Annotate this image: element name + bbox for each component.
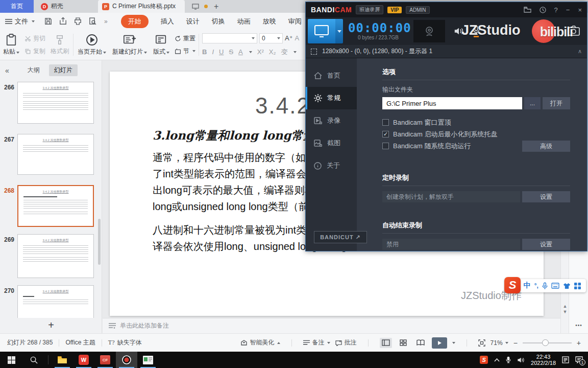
next-slide-button[interactable]: ▼ (561, 309, 569, 315)
superscript-button[interactable]: X² (257, 48, 264, 56)
format-painter-button[interactable]: 格式刷 (47, 30, 72, 60)
zoom-out-button[interactable]: − (513, 339, 518, 347)
tab-review[interactable]: 审阅 (288, 17, 302, 26)
collapse-chevron-icon[interactable]: ∧ (578, 48, 582, 55)
tray-chevron-up-icon[interactable] (494, 358, 500, 362)
tab-start[interactable]: 开始 (121, 15, 149, 28)
export-icon[interactable] (59, 17, 67, 26)
tab-home[interactable]: 首页 (0, 0, 34, 13)
zoom-slider[interactable] (523, 342, 572, 343)
tab-insert[interactable]: 插入 (161, 17, 174, 26)
slide-thumbnail-270[interactable]: 270 3.4.2 其他整数类型 (0, 285, 102, 318)
tab-slideshow[interactable]: 放映 (263, 17, 276, 26)
sidebar-item-screenshot[interactable]: 截图 (306, 132, 357, 154)
reset-button[interactable]: 重置 (175, 34, 195, 43)
checkbox-always-on-top[interactable]: Bandicam 窗口置顶 (382, 117, 570, 128)
new-slide-button[interactable]: 新建幻灯片 (109, 30, 150, 60)
print-icon[interactable] (74, 17, 82, 26)
underline-button[interactable]: U (219, 48, 224, 56)
open-folder-button[interactable]: 打开 (543, 97, 570, 109)
slide-thumbnail-269[interactable]: 269 3.4.2 其他整数类型 (0, 234, 102, 279)
action-center-button[interactable]: 1 (575, 356, 583, 363)
taskbar-explorer[interactable] (52, 352, 73, 368)
play-from-current-button[interactable]: 当页开始 (75, 30, 109, 60)
collapse-panel-button[interactable]: « (5, 66, 9, 75)
tab-transition[interactable]: 切换 (212, 17, 225, 26)
taskbar-wps[interactable]: W (73, 352, 94, 368)
open-folder-icon[interactable] (524, 7, 531, 13)
font-size-select[interactable]: 0 (259, 33, 283, 43)
notes-bar[interactable]: 单击此处添加备注 (103, 318, 560, 333)
presentation-mode-icon[interactable] (192, 4, 199, 10)
save-icon[interactable] (44, 17, 53, 26)
schedule-settings-button[interactable]: 设置 (522, 191, 570, 202)
slide-sorter-view-button[interactable] (397, 338, 409, 348)
reading-view-button[interactable] (414, 338, 427, 348)
tab-animation[interactable]: 动画 (237, 17, 251, 26)
font-family-select[interactable] (202, 33, 257, 43)
tab-outline[interactable]: 大纲 (28, 66, 40, 75)
slide-thumbnail-268[interactable]: 268 3.4.2 其他整数类型 (0, 185, 102, 228)
ime-toolbox-icon[interactable] (574, 283, 581, 289)
pinyin-guide-button[interactable]: 变 (281, 48, 287, 57)
zoom-slider-knob[interactable] (542, 339, 549, 346)
tray-sogou-icon[interactable]: S (480, 356, 488, 364)
taskbar-presentation[interactable] (137, 352, 159, 368)
start-button[interactable] (0, 352, 22, 368)
paste-button[interactable]: 粘贴 (0, 30, 22, 60)
section-button[interactable]: 节 (175, 47, 195, 56)
print-preview-icon[interactable] (88, 17, 97, 26)
smart-beautify-button[interactable]: 智能美化 (240, 338, 280, 347)
add-slide-button[interactable]: + (0, 319, 102, 331)
tab-design[interactable]: 设计 (186, 17, 200, 26)
theme-name[interactable]: Office 主题 (65, 338, 95, 347)
browse-folder-button[interactable]: ... (524, 97, 541, 109)
increase-font-icon[interactable]: A⁺ (285, 33, 293, 43)
ime-keyboard-icon[interactable] (551, 283, 559, 289)
notes-toggle-button[interactable]: 备注 (303, 338, 330, 347)
cut-button[interactable]: 剪切 (24, 34, 45, 43)
taskbar-reader[interactable]: CF (94, 352, 116, 368)
missing-font-warning[interactable]: T? 缺失字体 (108, 338, 142, 347)
webcam-preview[interactable] (413, 20, 445, 42)
recording-target-bar[interactable]: 1280x800 - (0, 0), (1280, 800) - 显示器 1 ∧ (306, 45, 587, 58)
minimize-icon[interactable]: − (566, 6, 570, 14)
ime-mode-chinese[interactable]: 中 (524, 281, 531, 290)
comments-button[interactable]: 批注 (335, 338, 357, 347)
taskbar-bandicam[interactable] (116, 352, 137, 368)
auto-end-settings-button[interactable]: 设置 (522, 239, 570, 250)
tray-notes-icon[interactable] (562, 356, 569, 363)
tray-mic-icon[interactable] (506, 356, 511, 363)
tray-clock[interactable]: 22:43 2022/2/18 (531, 354, 556, 366)
ime-skin-icon[interactable] (563, 283, 571, 289)
close-icon[interactable]: × (578, 6, 582, 14)
file-menu[interactable]: 文件 (0, 17, 39, 26)
advanced-button[interactable]: 高级 (522, 141, 570, 152)
subscript-button[interactable]: X₂ (269, 48, 276, 56)
sidebar-item-about[interactable]: 关于 (306, 154, 357, 177)
taskbar-search-button[interactable] (22, 352, 45, 368)
bandicam-titlebar[interactable]: BANDICAM 班迪录屏 VIP ADMIN ? − × (306, 2, 587, 17)
tab-document[interactable]: P C Primer Plus终稿.pptx (98, 0, 185, 13)
normal-view-button[interactable] (380, 338, 392, 348)
thumbnails-scrollbar[interactable] (98, 219, 101, 265)
new-tab-button[interactable]: + (214, 0, 218, 13)
copy-button[interactable]: 复制 (24, 47, 45, 56)
zoom-level[interactable]: 71% (491, 339, 508, 347)
clock-icon[interactable] (540, 7, 546, 13)
bandicut-button[interactable]: BANDICUT↗ (314, 231, 367, 243)
decrease-font-icon[interactable]: A (295, 33, 300, 43)
help-icon[interactable]: ? (554, 6, 558, 14)
zoom-in-button[interactable]: + (577, 339, 581, 347)
screen-recording-mode-button[interactable] (308, 19, 335, 43)
italic-button[interactable]: I (212, 48, 214, 56)
sidebar-item-general[interactable]: 常规 (306, 87, 357, 109)
slide-thumbnail-267[interactable]: 267 3.4.2 其他整数类型 (0, 134, 102, 176)
checkbox-minimize-to-tray[interactable]: ✓ Bandicam 启动后最小化到系统托盘 (382, 128, 570, 140)
tab-docer[interactable]: D 稻壳 (34, 0, 90, 13)
font-color-button[interactable]: A (238, 48, 243, 56)
output-folder-input[interactable]: G:\C Primer Plus (382, 97, 522, 109)
more-tools-icon[interactable]: » (102, 18, 114, 25)
layout-button[interactable]: 版式 (150, 30, 173, 60)
slide-thumbnail-266[interactable]: 266 3.4.2 其他整数类型 (0, 82, 102, 125)
